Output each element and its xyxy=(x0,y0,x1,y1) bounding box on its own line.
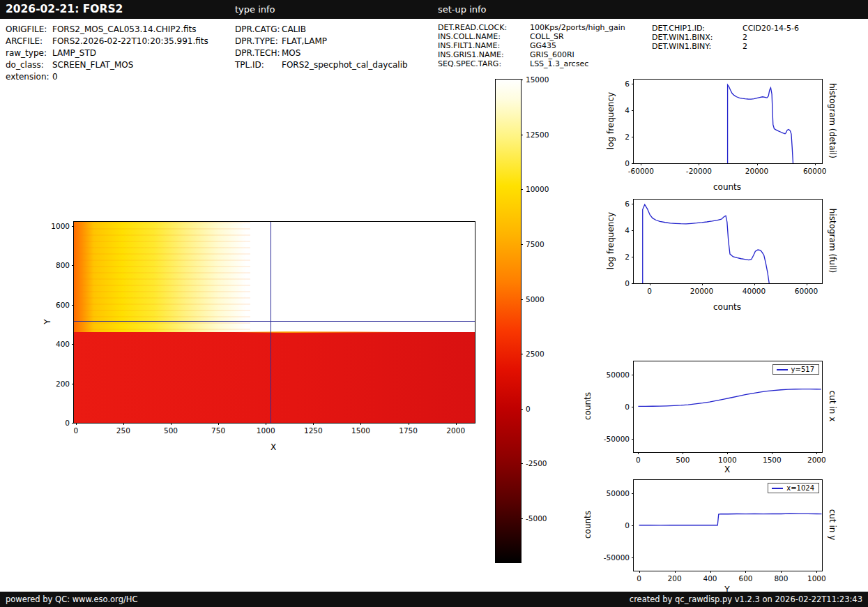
info-label: raw_type: xyxy=(6,47,52,59)
info-label: DET.WIN1.BINX: xyxy=(652,33,743,42)
y-tick-label: 4 xyxy=(625,106,630,114)
y-tick-label: 12500 xyxy=(526,130,549,139)
info-value: FLAT,LAMP xyxy=(282,36,327,47)
info-value: FORS2_MOS_CAL053.14.CHIP2.fits xyxy=(52,24,197,36)
x-tick-mark xyxy=(409,423,409,425)
footer-bar: powered by QC: www.eso.org/HC created by… xyxy=(0,592,868,607)
x-tick-label: 800 xyxy=(774,574,788,583)
series-plot-area xyxy=(634,200,822,283)
x-tick-label: 20000 xyxy=(745,167,768,175)
y-tick-mark xyxy=(632,375,634,375)
y-tick-label: 2 xyxy=(625,253,630,261)
x-tick-mark xyxy=(702,283,703,285)
info-value: GRIS_600RI xyxy=(530,50,574,59)
y-tick-mark xyxy=(521,135,523,135)
x-tick-label: 0 xyxy=(637,574,641,583)
y-tick-mark xyxy=(521,80,523,80)
y-tick-mark xyxy=(72,423,74,424)
x-tick-mark xyxy=(123,423,124,425)
y-tick-mark xyxy=(72,226,74,227)
y-tick-label: 0 xyxy=(625,279,630,287)
y-tick-label: 10000 xyxy=(526,185,549,193)
x-tick-label: 2000 xyxy=(446,426,465,435)
info-row: DET.WIN1.BINX:2 xyxy=(652,33,799,42)
info-row: DET.READ.CLOCK:100Kps/2ports/high_gain xyxy=(438,23,625,32)
type-info-block: DPR.CATG:CALIB DPR.TYPE:FLAT,LAMP DPR.TE… xyxy=(235,24,408,71)
y-tick-label: -2500 xyxy=(526,459,547,467)
y-tick-label: 2 xyxy=(625,133,630,141)
cut-in-x-ylabel: counts xyxy=(583,392,593,420)
legend-line-sample xyxy=(772,488,783,489)
info-row: INS.COLL.NAME:COLL_SR xyxy=(438,32,625,41)
series-plot-area xyxy=(634,80,822,163)
info-label: SEQ.SPEC.TARG: xyxy=(438,59,530,68)
x-tick-label: 200 xyxy=(668,574,682,583)
y-tick-mark xyxy=(632,110,634,111)
y-tick-label: 4 xyxy=(625,226,630,234)
x-tick-mark xyxy=(710,571,711,573)
x-tick-label: 1500 xyxy=(351,426,370,435)
y-tick-label: 0 xyxy=(625,159,630,167)
info-label: extension: xyxy=(6,71,52,83)
histogram-full-xlabel: counts xyxy=(713,302,741,312)
info-value: 100Kps/2ports/high_gain xyxy=(530,23,625,32)
y-tick-label: 0 xyxy=(625,403,630,411)
x-tick-label: 2000 xyxy=(807,456,826,464)
cut-in-x-xlabel: X xyxy=(724,465,730,474)
x-tick-label: 250 xyxy=(116,426,130,435)
x-tick-label: 1000 xyxy=(718,456,737,464)
y-tick-mark xyxy=(521,354,523,354)
y-tick-label: 50000 xyxy=(607,489,630,497)
setup-info-block: DET.READ.CLOCK:100Kps/2ports/high_gain I… xyxy=(438,23,625,68)
cut-in-y-ylabel: counts xyxy=(583,511,593,539)
info-row: INS.FILT1.NAME:GG435 xyxy=(438,41,625,50)
y-tick-mark xyxy=(521,518,523,519)
x-tick-label: 1500 xyxy=(763,456,782,464)
info-label: INS.GRIS1.NAME: xyxy=(438,50,530,59)
y-tick-mark xyxy=(72,384,74,384)
x-tick-label: 500 xyxy=(676,456,690,464)
x-tick-label: 600 xyxy=(738,574,752,583)
y-tick-mark xyxy=(632,257,634,257)
y-tick-label: 15000 xyxy=(526,75,549,84)
x-tick-mark xyxy=(727,452,728,454)
x-tick-mark xyxy=(781,571,782,573)
x-tick-label: 1000 xyxy=(807,574,826,583)
y-tick-mark xyxy=(521,463,523,464)
chip-info-block: DET.CHIP1.ID:CCID20-14-5-6 DET.WIN1.BINX… xyxy=(652,24,799,51)
cut-in-x-side-label: cut in x xyxy=(828,391,837,422)
info-label: DET.READ.CLOCK: xyxy=(438,23,530,32)
y-tick-mark xyxy=(632,525,634,526)
x-tick-mark xyxy=(313,423,314,425)
info-row: DET.CHIP1.ID:CCID20-14-5-6 xyxy=(652,24,799,33)
cut-in-y-side-label: cut in y xyxy=(828,509,837,541)
y-tick-mark xyxy=(72,305,74,306)
x-tick-label: 400 xyxy=(703,574,717,583)
y-tick-label: -5000 xyxy=(526,514,547,523)
y-tick-mark xyxy=(72,344,74,345)
y-tick-mark xyxy=(521,189,523,190)
x-tick-mark xyxy=(816,452,817,454)
raw-image-low-count-region xyxy=(74,332,475,423)
x-tick-mark xyxy=(638,452,639,454)
info-row: DET.WIN1.BINY:2 xyxy=(652,42,799,51)
x-tick-mark xyxy=(218,423,219,425)
x-tick-mark xyxy=(266,423,266,425)
info-value: COLL_SR xyxy=(530,32,564,41)
x-tick-label: 0 xyxy=(73,426,78,435)
legend-line-sample xyxy=(777,369,788,370)
x-tick-label: 500 xyxy=(164,426,178,435)
info-value: CCID20-14-5-6 xyxy=(743,24,799,33)
y-tick-label: 6 xyxy=(625,80,630,88)
y-tick-mark xyxy=(632,283,634,284)
x-tick-mark xyxy=(772,452,772,454)
info-value: FORS2_specphot_cal_daycalib xyxy=(282,59,408,71)
y-tick-label: 600 xyxy=(56,301,70,309)
info-row: INS.GRIS1.NAME:GRIS_600RI xyxy=(438,50,625,59)
info-row: DPR.TECH:MOS xyxy=(235,47,408,59)
x-tick-mark xyxy=(456,423,457,425)
x-tick-mark xyxy=(76,423,77,425)
y-tick-mark xyxy=(632,439,634,440)
info-row: SEQ.SPEC.TARG:LSS_1.3_arcsec xyxy=(438,59,625,68)
x-tick-label: -20000 xyxy=(686,167,712,175)
